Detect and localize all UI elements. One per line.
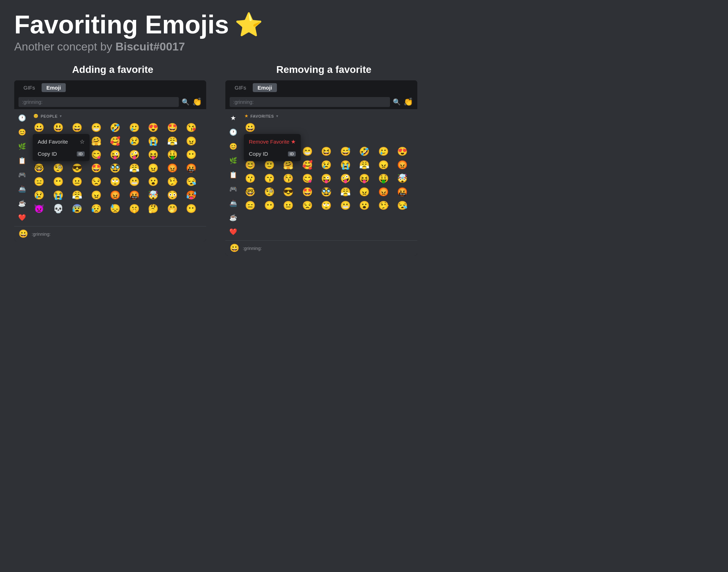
emoji-cell[interactable]: 😍 [147, 121, 160, 134]
right-sidebar-nature[interactable]: 🌿 [228, 156, 238, 166]
right-tab-gifs[interactable]: GIFs [230, 83, 251, 92]
emoji-cell[interactable]: 😢 [33, 189, 46, 202]
emoji-cell[interactable]: 😓 [109, 202, 122, 215]
right-sidebar-objects[interactable]: ☕ [228, 213, 238, 223]
emoji-cell[interactable]: 🥰 [109, 135, 122, 148]
emoji-cell[interactable]: 😠 [147, 162, 160, 175]
emoji-cell[interactable]: 😎 [282, 186, 295, 198]
emoji-cell[interactable]: 😢 [320, 159, 333, 171]
emoji-cell[interactable]: 🤯 [396, 172, 409, 185]
emoji-cell[interactable]: 🤑 [377, 172, 390, 185]
emoji-cell[interactable]: 🤥 [166, 175, 179, 188]
emoji-cell[interactable]: 🤣 [109, 121, 122, 134]
emoji-cell[interactable]: 🙄 [109, 175, 122, 188]
emoji-cell[interactable]: 🤥 [377, 199, 390, 212]
emoji-cell[interactable]: 😗 [244, 172, 257, 185]
emoji-cell[interactable]: 🤬 [185, 162, 198, 175]
left-sidebar-objects[interactable]: ☕ [17, 198, 27, 208]
emoji-cell[interactable]: 🤪 [128, 148, 141, 161]
emoji-cell[interactable]: 🥸 [320, 186, 333, 198]
right-emoji-grinning[interactable]: 😀 Remove Favorite ★ Copy ID ID [244, 121, 257, 134]
emoji-cell[interactable]: 😋 [90, 148, 103, 161]
left-sidebar-recent[interactable]: 🕐 [17, 113, 27, 123]
emoji-cell[interactable]: 😤 [71, 189, 84, 202]
emoji-cell[interactable]: 🙄 [320, 199, 333, 212]
emoji-cell[interactable]: 😑 [244, 199, 257, 212]
emoji-cell[interactable]: 😋 [301, 172, 314, 185]
emoji-cell[interactable]: 😶 [185, 148, 198, 161]
add-favorite-item[interactable]: Add Favorite ☆ [33, 135, 90, 148]
emoji-cell[interactable]: 😤 [339, 186, 352, 198]
left-sidebar-activity[interactable]: 🎮 [17, 170, 27, 180]
emoji-cell[interactable]: 😤 [128, 162, 141, 175]
emoji-cell[interactable]: 👿 [33, 202, 46, 215]
emoji-cell[interactable]: 🧐 [52, 162, 65, 175]
emoji-cell[interactable]: 😐 [282, 199, 295, 212]
emoji-cell[interactable]: 😑 [33, 175, 46, 188]
emoji-grinning[interactable]: 😀 Add Favorite ☆ Copy ID ID [33, 121, 46, 134]
emoji-cell[interactable]: 😁 [90, 121, 103, 134]
emoji-cell[interactable]: 😶 [185, 202, 198, 215]
emoji-cell[interactable]: 😄 [71, 121, 84, 134]
emoji-cell[interactable]: 🥲 [128, 121, 141, 134]
emoji-cell[interactable]: 😢 [128, 135, 141, 148]
emoji-cell[interactable]: 😘 [185, 121, 198, 134]
emoji-cell[interactable]: 💀 [52, 202, 65, 215]
emoji-cell[interactable]: 🥰 [301, 159, 314, 171]
emoji-cell[interactable]: 😐 [71, 175, 84, 188]
right-sidebar-recent[interactable]: 🕐 [228, 127, 238, 137]
emoji-cell[interactable]: 😶 [263, 199, 276, 212]
emoji-cell[interactable]: 🤓 [33, 162, 46, 175]
emoji-cell[interactable]: 🤫 [128, 202, 141, 215]
emoji-cell[interactable]: 😡 [166, 162, 179, 175]
emoji-cell[interactable]: 😬 [339, 199, 352, 212]
emoji-cell[interactable]: 🥵 [185, 189, 198, 202]
emoji-cell[interactable]: 🤩 [90, 162, 103, 175]
left-search-input[interactable] [18, 97, 179, 107]
emoji-cell[interactable]: 😁 [301, 145, 314, 158]
emoji-cell[interactable]: 😃 [52, 121, 65, 134]
emoji-cell[interactable]: 😮 [147, 175, 160, 188]
emoji-cell[interactable]: 😠 [90, 189, 103, 202]
emoji-cell[interactable]: 🧐 [263, 186, 276, 198]
emoji-cell[interactable]: 😰 [71, 202, 84, 215]
right-copy-id-item[interactable]: Copy ID ID [244, 148, 301, 160]
emoji-cell[interactable]: 🤗 [90, 135, 103, 148]
left-tab-gifs[interactable]: GIFs [18, 83, 40, 92]
right-sidebar-travel[interactable]: 🚢 [228, 198, 238, 208]
emoji-cell[interactable]: 😝 [358, 172, 371, 185]
right-search-input[interactable] [230, 97, 390, 107]
emoji-cell[interactable]: 🤑 [166, 148, 179, 161]
left-sidebar-food[interactable]: 📋 [17, 156, 27, 166]
right-sidebar-activity[interactable]: 🎮 [228, 184, 238, 194]
emoji-cell[interactable]: 😪 [185, 175, 198, 188]
emoji-cell[interactable]: 🤭 [166, 202, 179, 215]
emoji-cell[interactable]: 😠 [377, 159, 390, 171]
emoji-cell[interactable]: 😎 [71, 162, 84, 175]
emoji-cell[interactable]: 🥲 [377, 145, 390, 158]
emoji-cell[interactable]: 😠 [185, 135, 198, 148]
emoji-cell[interactable]: 😠 [358, 186, 371, 198]
emoji-cell[interactable]: 🤩 [166, 121, 179, 134]
emoji-cell[interactable]: 😡 [396, 159, 409, 171]
right-clap-emoji[interactable]: 👏 [403, 97, 413, 107]
left-sidebar-travel[interactable]: 🚢 [17, 184, 27, 194]
emoji-cell[interactable]: 😳 [166, 189, 179, 202]
emoji-cell[interactable]: 😝 [147, 148, 160, 161]
emoji-cell[interactable]: 😜 [109, 148, 122, 161]
emoji-cell[interactable]: 😬 [128, 175, 141, 188]
emoji-cell[interactable]: 😍 [396, 145, 409, 158]
left-sidebar-symbols[interactable]: ❤️ [17, 213, 27, 223]
right-sidebar-people[interactable]: 😊 [228, 141, 238, 151]
emoji-cell[interactable]: 😶 [52, 175, 65, 188]
emoji-cell[interactable]: 🤪 [339, 172, 352, 185]
emoji-cell[interactable]: 🤔 [147, 202, 160, 215]
emoji-cell[interactable]: 😙 [263, 172, 276, 185]
emoji-cell[interactable]: 😭 [147, 135, 160, 148]
emoji-cell[interactable]: 😥 [90, 202, 103, 215]
emoji-cell[interactable]: 😮 [358, 199, 371, 212]
emoji-cell[interactable]: 😤 [166, 135, 179, 148]
copy-id-item[interactable]: Copy ID ID [33, 148, 90, 160]
right-tab-emoji[interactable]: Emoji [253, 83, 277, 92]
left-sidebar-people[interactable]: 😊 [17, 127, 27, 137]
